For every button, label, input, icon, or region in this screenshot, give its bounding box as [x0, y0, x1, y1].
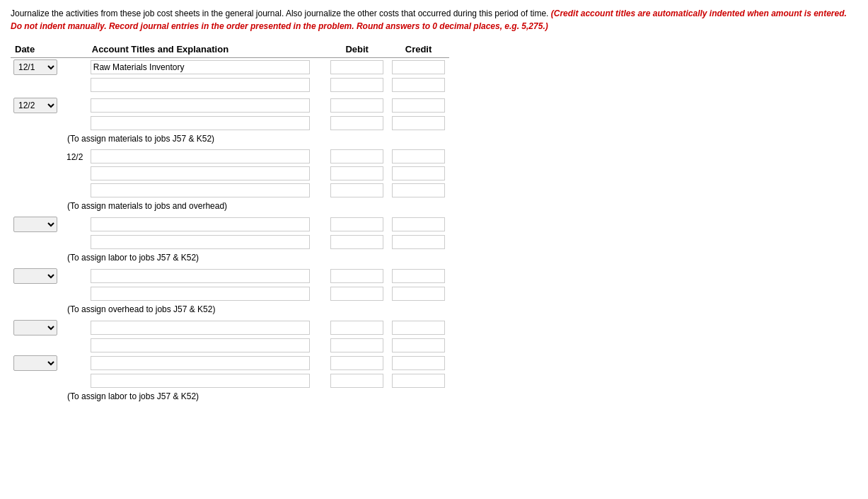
date-cell: [11, 372, 88, 389]
credit-cell: [388, 148, 449, 165]
account-input-2-1[interactable]: [91, 98, 310, 113]
account-input-1-1[interactable]: [91, 60, 310, 74]
instructions-emphasis: (Credit account titles are automatically…: [11, 8, 847, 31]
debit-input-5-1[interactable]: [330, 269, 383, 283]
credit-cell: [388, 115, 449, 132]
debit-cell: [326, 58, 388, 77]
debit-cell: [326, 182, 388, 199]
date-cell: 12/2: [11, 148, 88, 165]
credit-input-4-2[interactable]: [392, 235, 445, 249]
debit-input-7-1[interactable]: [330, 356, 383, 370]
note-row: (To assign overhead to jobs J57 & K52): [11, 302, 449, 319]
debit-input-1-2[interactable]: [330, 78, 383, 92]
account-input-3-3[interactable]: [91, 183, 310, 197]
credit-cell: [388, 372, 449, 389]
debit-input-7-2[interactable]: [330, 374, 383, 388]
header-date: Date: [11, 41, 88, 58]
note-text-3: (To assign labor to jobs J57 & K52): [11, 251, 449, 267]
account-input-7-1[interactable]: [91, 356, 310, 370]
debit-input-3-2[interactable]: [330, 166, 383, 180]
note-row: (To assign labor to jobs J57 & K52): [11, 251, 449, 267]
account-input-3-2[interactable]: [91, 166, 310, 180]
debit-input-1-1[interactable]: [330, 60, 383, 74]
account-cell: [88, 96, 326, 115]
date-select-1[interactable]: 12/1: [13, 59, 57, 75]
table-row: [11, 354, 449, 372]
credit-input-3-1[interactable]: [392, 149, 445, 164]
date-cell: [11, 319, 88, 337]
date-cell: [11, 285, 88, 302]
account-cell: [88, 234, 326, 251]
note-text-5: (To assign labor to jobs J57 & K52): [11, 389, 449, 406]
credit-input-5-1[interactable]: [392, 269, 445, 283]
table-row: 12/2: [11, 148, 449, 165]
account-input-5-2[interactable]: [91, 287, 310, 301]
credit-cell: [388, 319, 449, 337]
credit-input-6-2[interactable]: [392, 338, 445, 352]
credit-cell: [388, 215, 449, 234]
debit-cell: [326, 234, 388, 251]
credit-input-1-1[interactable]: [392, 60, 445, 74]
table-row: [11, 267, 449, 285]
debit-cell: [326, 215, 388, 234]
note-row: (To assign materials to jobs and overhea…: [11, 199, 449, 215]
debit-input-4-2[interactable]: [330, 235, 383, 249]
account-input-1-2[interactable]: [91, 78, 310, 92]
debit-input-2-1[interactable]: [330, 98, 383, 113]
debit-cell: [326, 267, 388, 285]
debit-input-2-2[interactable]: [330, 116, 383, 130]
date-select-7[interactable]: [13, 355, 57, 371]
table-row: [11, 165, 449, 182]
date-select-4[interactable]: [13, 217, 57, 232]
table-row: 12/1: [11, 58, 449, 77]
credit-cell: [388, 285, 449, 302]
credit-input-4-1[interactable]: [392, 217, 445, 231]
credit-cell: [388, 58, 449, 77]
debit-input-5-2[interactable]: [330, 287, 383, 301]
account-input-5-1[interactable]: [91, 269, 310, 283]
credit-input-1-2[interactable]: [392, 78, 445, 92]
note-text-2: (To assign materials to jobs and overhea…: [11, 199, 449, 215]
credit-input-2-1[interactable]: [392, 98, 445, 113]
credit-cell: [388, 267, 449, 285]
credit-input-3-2[interactable]: [392, 166, 445, 180]
credit-input-2-2[interactable]: [392, 116, 445, 130]
account-input-6-1[interactable]: [91, 321, 310, 335]
debit-input-4-1[interactable]: [330, 217, 383, 231]
debit-cell: [326, 354, 388, 372]
debit-input-3-1[interactable]: [330, 149, 383, 164]
credit-input-7-2[interactable]: [392, 374, 445, 388]
note-text-1: (To assign materials to jobs J57 & K52): [11, 132, 449, 148]
account-input-4-1[interactable]: [91, 217, 310, 231]
date-cell: [11, 115, 88, 132]
instructions-container: Journalize the activities from these job…: [11, 7, 857, 33]
debit-input-3-3[interactable]: [330, 183, 383, 197]
table-row: [11, 285, 449, 302]
date-cell: [11, 165, 88, 182]
date-select-6[interactable]: [13, 320, 57, 335]
note-row: (To assign materials to jobs J57 & K52): [11, 132, 449, 148]
account-input-7-2[interactable]: [91, 374, 310, 388]
credit-input-7-1[interactable]: [392, 356, 445, 370]
debit-input-6-2[interactable]: [330, 338, 383, 352]
table-row: [11, 337, 449, 354]
journal-table: Date Account Titles and Explanation Debi…: [11, 41, 449, 406]
date-cell: [11, 182, 88, 199]
account-input-2-2[interactable]: [91, 116, 310, 130]
debit-input-6-1[interactable]: [330, 321, 383, 335]
account-input-4-2[interactable]: [91, 235, 310, 249]
debit-cell: [326, 319, 388, 337]
account-cell: [88, 285, 326, 302]
note-text-4: (To assign overhead to jobs J57 & K52): [11, 302, 449, 319]
account-cell: [88, 182, 326, 199]
credit-input-3-3[interactable]: [392, 183, 445, 197]
account-input-3-1[interactable]: [91, 149, 310, 164]
credit-input-6-1[interactable]: [392, 321, 445, 335]
account-input-6-2[interactable]: [91, 338, 310, 352]
credit-input-5-2[interactable]: [392, 287, 445, 301]
date-cell: [11, 234, 88, 251]
header-debit: Debit: [326, 41, 388, 58]
date-select-5[interactable]: [13, 268, 57, 284]
account-cell: [88, 337, 326, 354]
date-select-2[interactable]: 12/2: [13, 98, 57, 113]
